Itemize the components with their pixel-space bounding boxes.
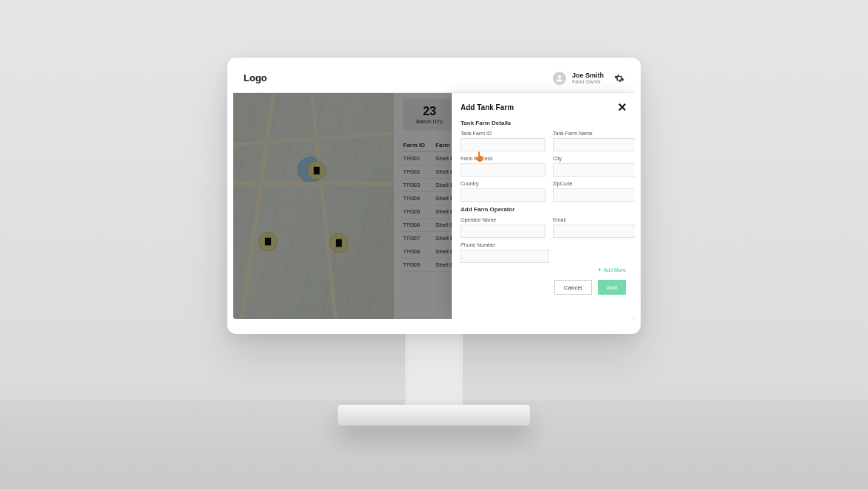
gear-icon [614, 73, 624, 83]
app-body: 23 Batch ID's Farm ID Farm Name TF001She… [233, 93, 635, 319]
settings-button[interactable] [614, 73, 624, 83]
section-tank-details: Tank Farm Details [461, 120, 626, 126]
city-input[interactable] [553, 163, 635, 177]
monitor-neck [405, 334, 463, 405]
label-phone: Phone Number [461, 242, 549, 247]
user-area: Joe Smith Farm Owner [553, 72, 624, 85]
plus-icon: + [599, 267, 602, 273]
label-email: Email [553, 217, 635, 222]
label-city: City [553, 156, 635, 161]
add-more-link[interactable]: + Add More [461, 267, 626, 273]
close-button[interactable] [619, 100, 626, 114]
monitor-mockup: Logo Joe Smith Farm Owner [227, 58, 641, 425]
operator-name-input[interactable] [461, 225, 545, 238]
user-meta: Joe Smith Farm Owner [572, 72, 604, 84]
svg-point-0 [558, 75, 561, 78]
drawer-title: Add Tank Farm [461, 103, 514, 112]
country-input[interactable] [461, 188, 545, 202]
user-name: Joe Smith [572, 72, 604, 79]
tank-farm-id-input[interactable] [461, 138, 545, 151]
cancel-button[interactable]: Cancel [554, 280, 592, 295]
monitor-base [338, 405, 530, 425]
section-operator: Add Farm Operator [461, 206, 626, 213]
farm-address-input[interactable] [461, 163, 545, 177]
app-logo: Logo [244, 72, 267, 83]
user-role: Farm Owner [572, 79, 604, 84]
zipcode-input[interactable] [553, 188, 635, 202]
label-tank-farm-name: Tank Farm Name [553, 131, 635, 136]
phone-input[interactable] [461, 250, 549, 263]
avatar-icon [553, 72, 566, 85]
add-more-label: Add More [604, 267, 626, 273]
email-input[interactable] [553, 225, 635, 238]
close-icon [619, 103, 626, 111]
label-zipcode: ZipCode [553, 181, 635, 186]
add-button[interactable]: Add [598, 280, 626, 295]
add-tank-farm-drawer: Add Tank Farm Tank Farm Details Tank Far… [452, 93, 635, 319]
topbar: Logo Joe Smith Farm Owner [233, 64, 635, 93]
screen: Logo Joe Smith Farm Owner [233, 64, 635, 319]
label-operator-name: Operator Name [461, 217, 545, 222]
tank-farm-name-input[interactable] [553, 138, 635, 151]
label-country: Country [461, 181, 545, 186]
label-farm-address: Farm Address [461, 156, 545, 161]
monitor-bezel: Logo Joe Smith Farm Owner [227, 58, 641, 334]
label-tank-farm-id: Tank Farm ID [461, 131, 545, 136]
